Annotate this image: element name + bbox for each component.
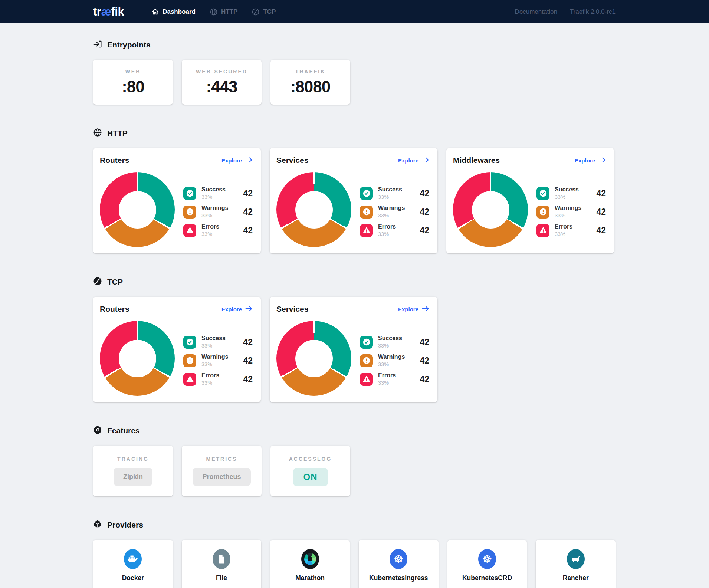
nav-label-dashboard: Dashboard [163, 8, 196, 16]
error-icon [536, 224, 549, 237]
section-title-providers: Providers [107, 520, 143, 529]
feature-card-tracing: TRACING Zipkin [93, 446, 173, 496]
http-services-card: Services Explore Success33% 42 Warnings3… [270, 148, 437, 253]
arrow-right-icon [245, 306, 253, 312]
legend-percent: 33% [201, 213, 228, 219]
documentation-link[interactable]: Documentation [515, 8, 557, 16]
legend-percent: 33% [378, 213, 405, 219]
provider-card-docker: Docker [93, 540, 173, 588]
legend-label: Success [201, 335, 226, 342]
legend-row-warnings: Warnings33% 42 [183, 351, 253, 370]
feature-card-accesslog: ACCESSLOG ON [270, 446, 350, 496]
legend-label: Warnings [378, 354, 405, 360]
provider-card-file: File [182, 540, 262, 588]
feature-value-badge: Prometheus [193, 468, 250, 486]
error-icon [183, 373, 196, 386]
nav-item-http[interactable]: HTTP [210, 8, 237, 16]
file-logo-icon [213, 549, 230, 569]
legend-row-warnings: Warnings33% 42 [360, 203, 429, 221]
legend-label: Warnings [201, 205, 228, 211]
explore-link[interactable]: Explore [575, 157, 606, 164]
cube-icon [93, 520, 102, 530]
nav-item-tcp[interactable]: TCP [252, 8, 276, 16]
legend-percent: 33% [201, 380, 219, 386]
explore-link[interactable]: Explore [221, 157, 253, 164]
legend-percent: 33% [378, 361, 405, 368]
kubernetes-logo-icon: ☸ [390, 549, 407, 569]
provider-name: Marathon [295, 574, 325, 582]
version-label: Traefik 2.0.0-rc1 [570, 8, 616, 16]
legend-percent: 33% [201, 343, 226, 349]
success-icon [183, 187, 196, 200]
provider-name: Rancher [563, 574, 589, 582]
warning-icon [360, 354, 373, 367]
tcp-icon [252, 8, 260, 16]
entrypoint-card-web-secured: WEB-SECURED :443 [182, 60, 262, 105]
logo-ae: æ [101, 5, 111, 18]
legend-percent: 33% [378, 380, 396, 386]
card-title: Middlewares [453, 156, 500, 165]
legend-value: 42 [243, 226, 253, 236]
top-navbar: træfik Dashboard HTTP TCP Documentation … [0, 0, 709, 23]
kubernetes-logo-icon: ☸ [478, 549, 496, 569]
entrypoint-label: TRAEFIK [295, 69, 326, 75]
arrow-right-icon [422, 306, 429, 312]
explore-link[interactable]: Explore [398, 157, 429, 164]
entrypoint-label: WEB-SECURED [196, 69, 247, 75]
explore-label: Explore [575, 157, 595, 164]
features-row: TRACING Zipkin METRICS Prometheus ACCESS… [93, 446, 616, 496]
donut-chart [276, 321, 351, 396]
providers-section-header: Providers [93, 520, 616, 530]
donut-chart [453, 172, 528, 247]
http-section-header: HTTP [93, 128, 616, 138]
warning-icon [536, 206, 549, 219]
rancher-logo-icon [567, 549, 585, 569]
legend-row-errors: Errors33% 42 [183, 221, 253, 240]
explore-link[interactable]: Explore [398, 306, 429, 312]
entrypoint-card-traefik: TRAEFIK :8080 [270, 60, 350, 105]
legend-percent: 33% [201, 194, 226, 200]
provider-card-kubernetes-ingress: ☸ KubernetesIngress [359, 540, 439, 588]
traefik-logo[interactable]: træfik [93, 5, 124, 19]
legend-percent: 33% [378, 343, 402, 349]
globe-icon [210, 8, 218, 16]
legend-row-success: Success33% 42 [536, 184, 606, 203]
feature-label: METRICS [206, 456, 237, 462]
tcp-routers-card: Routers Explore Success33% 42 Warnings33… [93, 297, 261, 402]
chart-legend: Success33% 42 Warnings33% 42 Errors33% 4… [360, 333, 429, 388]
card-title: Routers [100, 305, 129, 313]
error-icon [183, 224, 196, 237]
error-icon [360, 373, 373, 386]
provider-card-marathon: Marathon [270, 540, 350, 588]
login-arrow-icon [93, 40, 102, 50]
entrypoint-label: WEB [125, 69, 141, 75]
home-icon [151, 8, 159, 16]
tcp-section-header: TCP [93, 277, 616, 287]
provider-name: KubernetesCRD [462, 574, 512, 582]
legend-label: Warnings [555, 205, 581, 211]
legend-row-warnings: Warnings33% 42 [536, 203, 606, 221]
section-title-entrypoints: Entrypoints [107, 40, 151, 49]
chart-legend: Success33% 42 Warnings33% 42 Errors33% 4… [360, 184, 429, 240]
legend-value: 42 [420, 356, 429, 366]
legend-label: Success [555, 186, 579, 193]
legend-label: Errors [201, 372, 219, 379]
provider-name: KubernetesIngress [369, 574, 428, 582]
legend-percent: 33% [555, 231, 572, 237]
card-title: Services [276, 156, 308, 165]
nav-item-dashboard[interactable]: Dashboard [151, 8, 196, 16]
entrypoint-port: :8080 [291, 78, 331, 96]
nav-label-http: HTTP [221, 8, 237, 16]
docker-logo-icon [124, 549, 142, 569]
http-cards-row: Routers Explore Success33% 42 Warnings33… [93, 148, 616, 253]
http-middlewares-card: Middlewares Explore Success33% 42 Warnin… [446, 148, 614, 253]
legend-row-errors: Errors33% 42 [360, 221, 429, 240]
legend-value: 42 [420, 226, 429, 236]
legend-value: 42 [420, 188, 429, 198]
explore-link[interactable]: Explore [221, 306, 253, 312]
explore-label: Explore [221, 157, 242, 164]
globe-icon [93, 128, 102, 138]
donut-chart [276, 172, 351, 247]
legend-value: 42 [243, 356, 253, 366]
feature-label: ACCESSLOG [289, 456, 332, 462]
